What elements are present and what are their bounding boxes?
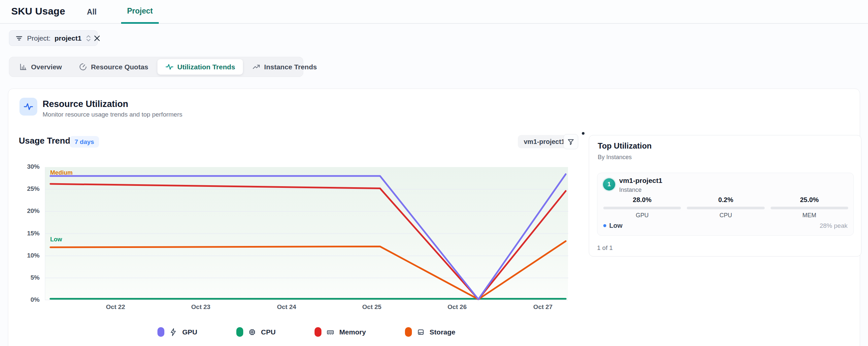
- instance-filter-chip[interactable]: vm1-project1: [518, 135, 571, 148]
- tab-all[interactable]: All: [79, 0, 105, 24]
- cpu-progress-bar: [687, 207, 764, 209]
- gpu-progress-bar: [603, 207, 681, 209]
- x-axis-label: Oct 25: [362, 304, 381, 311]
- tab-label: Overview: [31, 63, 62, 71]
- x-axis-label: Oct 26: [447, 304, 467, 311]
- memory-color-swatch: [314, 327, 321, 337]
- instance-card[interactable]: 1 vm1-project1 Instance 28.0% GPU 0.2% C…: [597, 173, 854, 236]
- threshold-label-low: Low: [50, 236, 62, 243]
- legend-item-memory: Memory: [314, 327, 366, 337]
- storage-color-swatch: [405, 327, 412, 337]
- usage-trend-chart[interactable]: [45, 167, 568, 300]
- y-axis-label: 10%: [10, 252, 40, 259]
- funnel-icon: [567, 138, 575, 146]
- legend-item-cpu: CPU: [236, 327, 276, 337]
- legend-label: CPU: [261, 328, 276, 336]
- y-axis-label: 30%: [10, 163, 40, 170]
- y-axis: 0%5%10%15%20%25%30%: [8, 89, 41, 346]
- section-subtitle: Monitor resource usage trends and top pe…: [42, 111, 183, 118]
- top-utilization-title: Top Utilization: [598, 141, 652, 150]
- x-axis-label: Oct 22: [106, 304, 125, 311]
- cpu-color-swatch: [236, 327, 243, 337]
- section-tab-bar: Overview Resource Quotas Utilization Tre…: [9, 57, 303, 77]
- top-utilization-panel: Top Utilization By Instances 1 vm1-proje…: [589, 135, 861, 257]
- cpu-label: CPU: [719, 212, 732, 219]
- chart-legend: GPU CPU Memory: [45, 327, 568, 337]
- drive-icon: [416, 328, 425, 337]
- cpu-value: 0.2%: [718, 196, 733, 204]
- rank-badge: 1: [603, 178, 615, 191]
- gpu-label: GPU: [636, 212, 649, 219]
- metric-mem: 25.0% MEM: [771, 196, 848, 219]
- instance-footer: Low 28% peak: [603, 222, 847, 229]
- y-axis-label: 5%: [10, 274, 40, 281]
- metric-gpu: 28.0% GPU: [603, 196, 681, 219]
- x-axis-label: Oct 24: [277, 304, 296, 311]
- trending-up-icon: [252, 63, 260, 71]
- mem-progress-bar: [771, 207, 848, 209]
- tab-resource-quotas[interactable]: Resource Quotas: [71, 59, 156, 75]
- top-utilization-subtitle: By Instances: [598, 154, 632, 161]
- cpu-chip-icon: [248, 328, 256, 337]
- range-badge: 7 days: [70, 136, 99, 148]
- tab-instance-trends[interactable]: Instance Trends: [244, 59, 325, 75]
- chevron-up-down-icon[interactable]: [86, 35, 91, 42]
- close-icon: [93, 35, 101, 42]
- tab-project[interactable]: Project: [121, 0, 159, 24]
- chart-filter-button[interactable]: [563, 134, 578, 149]
- y-axis-label: 0%: [10, 296, 40, 304]
- project-filter-chip[interactable]: Project: project1: [9, 30, 98, 46]
- filter-label: Project:: [27, 34, 51, 42]
- gpu-color-swatch: [157, 327, 164, 337]
- legend-item-gpu: GPU: [157, 327, 197, 337]
- bar-chart-icon: [19, 63, 27, 71]
- section-title: Resource Utilization: [42, 99, 128, 109]
- y-axis-label: 15%: [10, 230, 40, 237]
- gauge-icon: [79, 63, 87, 71]
- y-axis-label: 25%: [10, 185, 40, 193]
- legend-label: Storage: [430, 328, 456, 336]
- tab-label: Resource Quotas: [91, 63, 148, 71]
- status-dot: [603, 224, 606, 227]
- pagination: 1 of 1: [597, 244, 613, 252]
- lightning-icon: [169, 328, 178, 337]
- instance-name: vm1-project1: [619, 177, 662, 184]
- y-axis-label: 20%: [10, 207, 40, 214]
- legend-item-storage: Storage: [405, 327, 456, 337]
- ram-icon: [326, 328, 335, 337]
- x-axis-label: Oct 27: [533, 304, 553, 311]
- tab-label: Instance Trends: [264, 63, 317, 71]
- app-header: SKU Usage All Project: [0, 0, 868, 24]
- filter-value: project1: [55, 34, 82, 42]
- mem-value: 25.0%: [800, 196, 819, 204]
- legend-label: Memory: [339, 328, 366, 336]
- resource-utilization-card: Resource Utilization Monitor resource us…: [8, 88, 860, 346]
- peak-value: 28% peak: [819, 222, 847, 229]
- instance-type: Instance: [619, 186, 642, 194]
- gpu-value: 28.0%: [633, 196, 651, 204]
- activity-icon: [165, 63, 174, 71]
- tab-overview[interactable]: Overview: [11, 59, 70, 75]
- filter-lines-icon: [15, 34, 23, 42]
- metric-cpu: 0.2% CPU: [687, 196, 764, 219]
- filter-active-dot: [582, 132, 585, 135]
- tab-label: Utilization Trends: [177, 63, 235, 71]
- metrics-row: 28.0% GPU 0.2% CPU 25.0% MEM: [603, 196, 848, 219]
- clear-filter-button[interactable]: [91, 32, 103, 44]
- tab-utilization-trends[interactable]: Utilization Trends: [157, 59, 243, 75]
- page-title: SKU Usage: [11, 6, 65, 17]
- legend-label: GPU: [182, 328, 197, 336]
- mem-label: MEM: [802, 212, 816, 219]
- threshold-label-medium: Medium: [50, 169, 72, 176]
- status-badge: Low: [609, 222, 622, 229]
- x-axis-label: Oct 23: [191, 304, 210, 311]
